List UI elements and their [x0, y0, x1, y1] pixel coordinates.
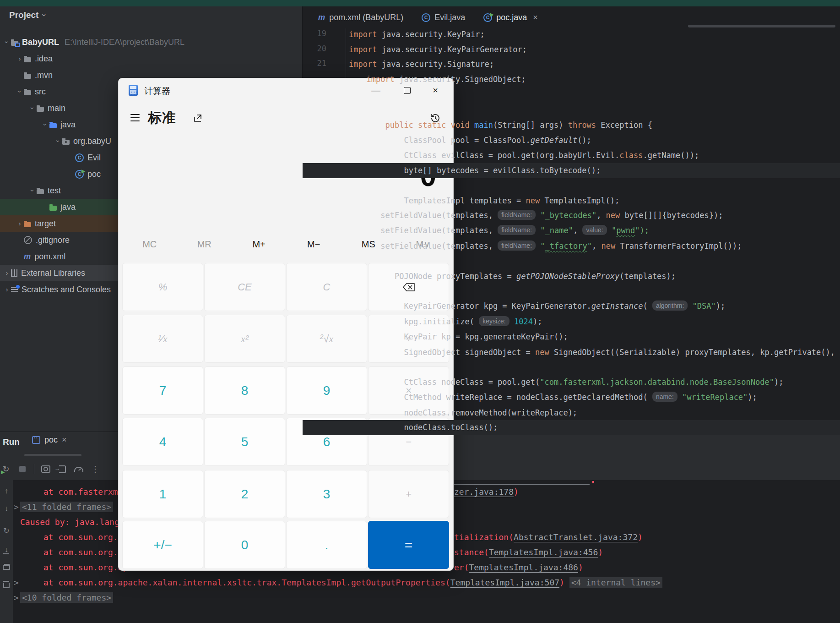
code-line-hidden-prefix: TemplatesIm [404, 193, 455, 208]
calculator-mode-label[interactable]: 标准 [148, 109, 176, 127]
code-text: java.securit [395, 75, 455, 84]
chevron-icon[interactable]: › [29, 186, 36, 195]
tabbar-scrollbar-thumb[interactable] [688, 25, 835, 27]
tab-evil-java[interactable]: CEvil.java [412, 6, 474, 28]
code-line: ClassPool pool = ClassPool.getDefault(); [455, 133, 591, 148]
code-text: "com.fasterxml.jackson.databind.node.Bas… [540, 377, 774, 387]
code-line: byte[] bytecodes = evilClass.toBytecode(… [455, 163, 601, 178]
snapshot-icon[interactable] [41, 464, 51, 474]
chevron-icon[interactable]: › [16, 55, 24, 62]
calc-button-9[interactable]: 9 [286, 366, 367, 415]
calc-button-8[interactable]: 8 [204, 366, 285, 415]
code-text: "_name" [540, 226, 573, 235]
rerun-icon[interactable]: ↻▶ [1, 464, 11, 474]
class-icon: C [75, 153, 84, 162]
code-text: CtClass evi [404, 151, 455, 160]
code-text: KeyPairGene [404, 301, 455, 311]
code-text: "); [635, 226, 649, 235]
stacktrace-link[interactable]: TemplatesImpl.java:507 [450, 578, 559, 587]
clear-icon[interactable] [2, 581, 11, 590]
calc-button-1[interactable]: 1 [122, 470, 203, 518]
tree-item--idea[interactable]: ›.idea [0, 50, 302, 67]
chevron-icon[interactable]: › [42, 120, 49, 129]
code-text: getInstance [591, 301, 643, 311]
code-text: "_bytecodes" [540, 211, 596, 220]
code-text: pwnd [616, 226, 635, 235]
run-tab-label: poc [44, 435, 58, 445]
calc-button-5[interactable]: 5 [204, 418, 285, 466]
code-text: ClassPool p [404, 136, 455, 145]
calc-button-C[interactable]: C [286, 263, 367, 311]
calc-button-[interactable]: +/− [122, 521, 203, 569]
calc-button-4[interactable]: 4 [122, 418, 203, 466]
print-icon[interactable] [2, 563, 11, 572]
calc-button-x[interactable]: x² [204, 315, 285, 363]
calc-button-[interactable]: + [368, 470, 449, 518]
code-text: public static v [385, 120, 455, 130]
tree-item-label: pom.xml [34, 252, 65, 262]
export-icon[interactable] [57, 464, 67, 474]
chevron-icon[interactable]: › [16, 87, 23, 96]
keep-on-top-icon[interactable] [193, 113, 203, 125]
code-line: nodeClass.toClass(); [455, 420, 498, 435]
profiler-icon[interactable] [74, 464, 84, 474]
calc-button-x[interactable]: 2√x [286, 315, 367, 363]
console-line: > [14, 590, 19, 605]
tree-item-label: External Libraries [21, 268, 85, 278]
calc-button-[interactable]: . [286, 521, 367, 569]
stacktrace-link[interactable]: zer.java:178 [454, 487, 514, 497]
code-text: " [587, 241, 592, 251]
calc-button-[interactable]: % [122, 263, 203, 311]
chevron-icon[interactable]: › [3, 269, 11, 277]
memory-button-M+[interactable]: M+ [232, 235, 287, 253]
chevron-icon[interactable]: › [3, 38, 11, 46]
line-number: 21 [303, 59, 326, 68]
stacktrace-link[interactable]: TemplatesImpl.java:486 [469, 563, 578, 572]
scroll-end-icon[interactable]: ↓ [2, 545, 11, 554]
calc-button-3[interactable]: 3 [286, 470, 367, 518]
calc-button-CE[interactable]: CE [204, 263, 285, 311]
chevron-icon[interactable]: › [54, 137, 62, 145]
project-panel-header[interactable]: Project› [9, 10, 46, 20]
code-text [536, 211, 540, 220]
calc-button-2[interactable]: 2 [204, 470, 285, 518]
tab-poc-java[interactable]: C▶poc.java× [474, 6, 547, 28]
current-line-highlight [303, 420, 840, 435]
code-text: mplates, [455, 226, 498, 235]
chevron-icon[interactable]: › [16, 220, 24, 227]
chevron-icon[interactable]: › [3, 286, 11, 293]
stacktrace-link[interactable]: AbstractTranslet.java:372 [514, 532, 638, 542]
stack-down-icon[interactable]: ↓ [2, 504, 11, 513]
run-tabbar-thumb[interactable] [24, 454, 81, 456]
calc-button-7[interactable]: 7 [122, 366, 203, 415]
memory-button-M[interactable]: M− [287, 235, 341, 253]
code-line-hidden-prefix: KeyPairGene [404, 299, 455, 314]
run-tab-poc[interactable]: poc × [32, 435, 67, 445]
more-icon[interactable]: ⋮ [90, 464, 100, 474]
tree-item-label: .idea [35, 54, 53, 64]
code-line-hidden-prefix: CtMethod wr [404, 390, 455, 405]
calc-button-[interactable]: = [368, 521, 449, 569]
code-text: ( [643, 301, 652, 311]
rerun-icon[interactable]: ↻ [2, 526, 11, 535]
close-icon[interactable]: × [533, 13, 538, 22]
stop-icon[interactable] [17, 464, 27, 474]
tree-item-babyurl[interactable]: ›BabyURLE:\IntelliJ-IDEA\project\BabyURL [0, 34, 302, 50]
code-text: 1024 [514, 317, 533, 326]
tree-item-label: BabyURL [22, 38, 59, 47]
source-folder-icon [49, 123, 57, 128]
code-text: throws [568, 120, 596, 130]
code-line-hidden-prefix: setFieldValue(te [380, 223, 455, 238]
tab-pom-xml-babyurl-[interactable]: mpom.xml (BabyURL) [309, 6, 412, 28]
calc-button-0[interactable]: 0 [204, 521, 285, 569]
code-text: import [349, 30, 377, 39]
stack-up-icon[interactable]: ↑ [2, 486, 11, 496]
hamburger-menu-icon[interactable] [130, 114, 140, 121]
calc-button-x[interactable]: ¹⁄x [122, 315, 203, 363]
code-line: KeyPair kp = kpg.generateKeyPair(); [455, 329, 568, 344]
code-line: import java.security.Signature; [349, 57, 494, 72]
chevron-icon[interactable]: › [29, 104, 36, 112]
code-text: java.security.Signature; [377, 60, 494, 69]
stacktrace-link[interactable]: TemplatesImpl.java:456 [489, 547, 598, 557]
close-icon[interactable]: × [62, 435, 67, 445]
